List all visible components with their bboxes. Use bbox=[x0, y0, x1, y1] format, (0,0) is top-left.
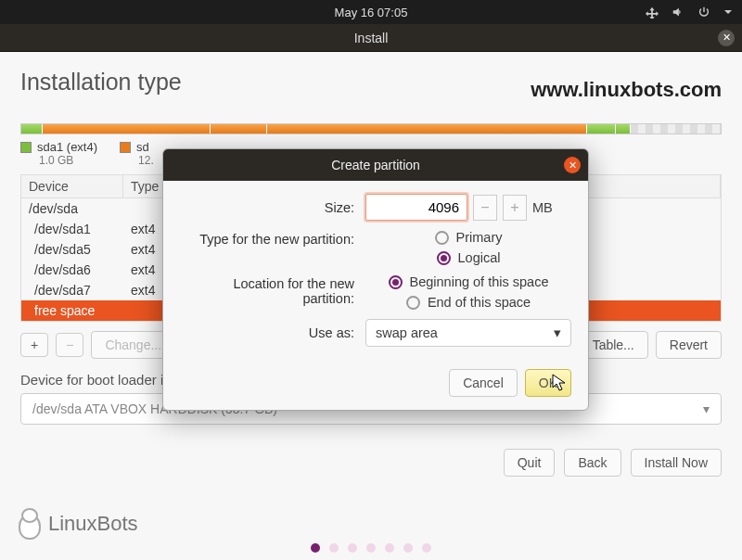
dot bbox=[422, 543, 431, 553]
legend-size-1: 12. bbox=[138, 154, 154, 167]
chevron-down-icon[interactable] bbox=[723, 7, 733, 17]
window-title: Install bbox=[354, 31, 389, 45]
size-input[interactable] bbox=[365, 194, 467, 221]
size-label: Size: bbox=[180, 200, 365, 215]
radio-logical[interactable]: Logical bbox=[437, 250, 501, 265]
clock: May 16 07:05 bbox=[335, 6, 408, 19]
disk-usage-bar bbox=[20, 123, 722, 134]
install-now-button[interactable]: Install Now bbox=[631, 449, 722, 477]
legend-name-1: sd bbox=[136, 140, 149, 154]
use-as-label: Use as: bbox=[180, 325, 365, 340]
radio-beginning[interactable]: Beginning of this space bbox=[389, 274, 549, 289]
chevron-down-icon: ▾ bbox=[703, 401, 710, 416]
dialog-title: Create partition bbox=[331, 158, 420, 172]
dot bbox=[311, 543, 320, 553]
window-close-button[interactable]: ✕ bbox=[718, 30, 735, 46]
partition-location-label: Location for the new partition: bbox=[180, 274, 365, 306]
chevron-down-icon: ▾ bbox=[554, 325, 561, 340]
use-as-select[interactable]: swap area ▾ bbox=[365, 319, 571, 347]
legend-size-0: 1.0 GB bbox=[39, 154, 97, 167]
penguin-icon bbox=[17, 508, 43, 540]
create-partition-dialog: Create partition ✕ Size: − + MB Type for… bbox=[162, 148, 589, 411]
dot bbox=[385, 543, 394, 553]
cancel-button[interactable]: Cancel bbox=[449, 369, 518, 397]
back-button[interactable]: Back bbox=[564, 449, 620, 477]
size-increment[interactable]: + bbox=[503, 195, 527, 221]
brand-logo: LinuxBots bbox=[17, 508, 138, 540]
size-decrement[interactable]: − bbox=[473, 195, 497, 221]
remove-partition-button[interactable]: − bbox=[56, 333, 83, 357]
size-unit: MB bbox=[532, 200, 553, 215]
power-icon[interactable] bbox=[697, 6, 710, 19]
add-partition-button[interactable]: + bbox=[20, 333, 48, 357]
progress-dots bbox=[311, 543, 431, 553]
revert-button[interactable]: Revert bbox=[656, 331, 722, 359]
partition-type-label: Type for the new partition: bbox=[180, 230, 365, 247]
ok-button[interactable]: OK bbox=[525, 369, 571, 397]
system-tray bbox=[646, 6, 733, 19]
col-device[interactable]: Device bbox=[21, 175, 123, 197]
dot bbox=[366, 543, 376, 553]
quit-button[interactable]: Quit bbox=[504, 449, 556, 477]
watermark: www.linuxbots.com bbox=[531, 78, 722, 102]
radio-end[interactable]: End of this space bbox=[406, 295, 531, 310]
window-titlebar: Install ✕ bbox=[0, 24, 742, 52]
volume-icon[interactable] bbox=[672, 6, 684, 19]
radio-primary[interactable]: Primary bbox=[435, 230, 503, 245]
dialog-close-button[interactable]: ✕ bbox=[564, 157, 581, 173]
dot bbox=[348, 543, 357, 553]
dialog-titlebar: Create partition ✕ bbox=[163, 149, 588, 181]
wizard-buttons: Quit Back Install Now bbox=[20, 449, 722, 477]
system-topbar: May 16 07:05 bbox=[0, 0, 742, 24]
dot bbox=[329, 543, 339, 553]
legend-name-0: sda1 (ext4) bbox=[37, 140, 97, 154]
network-icon[interactable] bbox=[646, 6, 659, 19]
dot bbox=[403, 543, 413, 553]
